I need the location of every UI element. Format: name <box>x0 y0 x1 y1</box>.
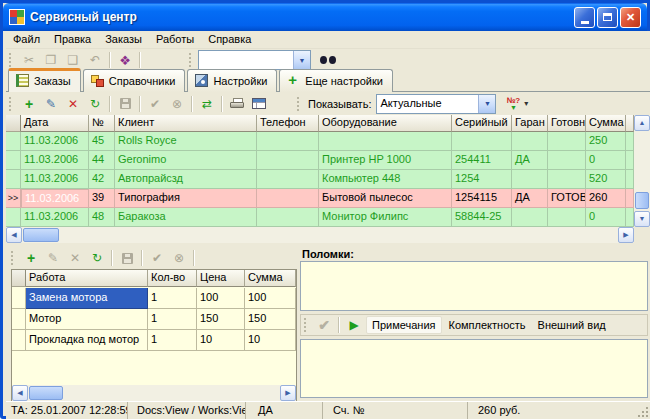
cell-readiness[interactable] <box>548 170 586 189</box>
dropdown-caret-icon[interactable]: ▾ <box>524 99 528 108</box>
menu-item-справка[interactable]: Справка <box>201 31 258 48</box>
toolbar-grip[interactable] <box>297 97 302 111</box>
cell-date[interactable]: 11.03.2006 <box>21 189 89 208</box>
minimize-button[interactable] <box>574 7 595 28</box>
column-header-price[interactable]: Цена <box>197 270 245 287</box>
cell-serial[interactable]: 58844-25 <box>452 208 512 227</box>
row-selector[interactable] <box>6 132 21 151</box>
cell-client[interactable]: Rolls Royce <box>115 132 257 151</box>
column-header-client[interactable]: Клиент <box>115 115 257 132</box>
breakdowns-textarea[interactable] <box>300 261 648 311</box>
notes-textarea[interactable] <box>300 339 648 398</box>
table-row[interactable]: 11.03.200648БаракозаМонитор Филипс58844-… <box>6 208 634 227</box>
filter-combobox[interactable]: Актуальные ▼ <box>376 94 496 114</box>
cell-equipment[interactable]: Монитор Филипс <box>319 208 452 227</box>
cell-sum[interactable]: 100 <box>245 288 296 309</box>
menu-item-работы[interactable]: Работы <box>149 31 201 48</box>
cell-client[interactable]: Автопрайсзд <box>115 170 257 189</box>
details-tab-item[interactable]: Внешний вид <box>533 317 611 333</box>
column-header-date[interactable]: Дата <box>21 115 89 132</box>
cell-phone[interactable] <box>257 189 319 208</box>
add-work-icon[interactable]: + <box>21 249 41 268</box>
cell-number[interactable]: 48 <box>89 208 115 227</box>
cell-sum[interactable]: 10 <box>245 330 296 351</box>
row-selector[interactable] <box>12 288 26 309</box>
column-header-sum[interactable]: Сумма <box>586 115 626 132</box>
toolbar-grip[interactable] <box>189 53 194 67</box>
table-row[interactable]: 11.03.200645Rolls Royce250 <box>6 132 634 151</box>
row-selector[interactable] <box>6 151 21 170</box>
help-book-icon[interactable]: ❖ <box>115 51 135 70</box>
save-order-icon[interactable] <box>115 94 135 113</box>
table-row[interactable]: Замена мотора1100100 <box>12 288 296 309</box>
cell-equipment[interactable]: Компьютер 448 <box>319 170 452 189</box>
cell-warranty[interactable] <box>512 170 548 189</box>
delete-work-icon[interactable]: ✕ <box>65 249 85 268</box>
title-bar[interactable]: Сервисный центр <box>3 3 647 31</box>
cell-number[interactable]: 44 <box>89 151 115 170</box>
cell-client[interactable]: Типография <box>115 189 257 208</box>
cell-readiness[interactable] <box>548 151 586 170</box>
delete-order-icon[interactable]: ✕ <box>63 94 83 113</box>
cell-equipment[interactable]: Бытовой пылесос <box>319 189 452 208</box>
cell-qty[interactable]: 1 <box>148 288 197 309</box>
scroll-right-icon[interactable]: ▶ <box>618 227 634 243</box>
cell-qty[interactable]: 1 <box>148 309 197 330</box>
cell-date[interactable]: 11.03.2006 <box>21 151 89 170</box>
cell-date[interactable]: 11.03.2006 <box>21 170 89 189</box>
orders-grid-vertical-scrollbar[interactable]: ▲ ▼ <box>634 115 650 227</box>
cell-warranty[interactable]: ДА <box>512 151 548 170</box>
cell-warranty[interactable] <box>512 132 548 151</box>
row-selector[interactable] <box>12 330 26 351</box>
edit-work-icon[interactable]: ✎ <box>43 249 63 268</box>
cell-readiness[interactable] <box>548 208 586 227</box>
refresh-orders-icon[interactable]: ↻ <box>85 94 105 113</box>
cell-price[interactable]: 150 <box>197 309 245 330</box>
apply-details-icon[interactable]: ✔ <box>314 316 334 335</box>
column-header-warranty[interactable]: Гаран <box>512 115 548 132</box>
cell-date[interactable]: 11.03.2006 <box>21 132 89 151</box>
menu-item-файл[interactable]: Файл <box>6 31 47 48</box>
column-header-number[interactable]: № <box>89 115 115 132</box>
cell-client[interactable]: Баракоза <box>115 208 257 227</box>
row-selector[interactable] <box>6 170 21 189</box>
find-binoculars-icon[interactable] <box>320 55 336 65</box>
menu-item-правка[interactable]: Правка <box>47 31 98 48</box>
resize-grip[interactable] <box>637 406 649 418</box>
column-header-qty[interactable]: Кол-во <box>148 270 197 287</box>
tab-extra[interactable]: Еще настройки <box>279 69 393 92</box>
cell-price[interactable]: 100 <box>197 288 245 309</box>
scroll-left-icon[interactable]: ◀ <box>12 385 28 401</box>
scrollbar-thumb[interactable] <box>23 228 59 242</box>
cell-sum[interactable]: 0 <box>586 208 626 227</box>
edit-order-icon[interactable]: ✎ <box>41 94 61 113</box>
autonumber-icon[interactable]: №? ▼ <box>506 97 520 111</box>
row-selector[interactable] <box>6 208 21 227</box>
scroll-down-icon[interactable]: ▼ <box>634 211 650 227</box>
add-order-icon[interactable]: + <box>19 94 39 113</box>
tab-settings[interactable]: Настройки <box>187 69 277 92</box>
row-selector[interactable] <box>12 309 26 330</box>
print-icon[interactable] <box>227 94 247 113</box>
cell-serial[interactable] <box>452 132 512 151</box>
scroll-right-icon[interactable]: ▶ <box>280 385 296 401</box>
cell-readiness[interactable] <box>548 132 586 151</box>
toolbar-grip[interactable] <box>9 53 14 67</box>
cell-equipment[interactable]: Принтер HP 1000 <box>319 151 452 170</box>
scrollbar-thumb[interactable] <box>29 386 63 400</box>
cell-sum[interactable]: 250 <box>586 132 626 151</box>
search-combobox[interactable]: ▼ <box>198 50 311 70</box>
cell-work[interactable]: Мотор <box>26 309 148 330</box>
cell-sum[interactable]: 150 <box>245 309 296 330</box>
table-row[interactable]: 11.03.200644GeronimoПринтер HP 100025441… <box>6 151 634 170</box>
details-tab-item[interactable]: Комплектность <box>444 317 531 333</box>
apply-work-icon[interactable]: ✔ <box>147 249 167 268</box>
copy-icon[interactable]: ❐ <box>41 51 61 70</box>
cut-icon[interactable]: ✂ <box>19 51 39 70</box>
scroll-left-icon[interactable]: ◀ <box>6 227 22 243</box>
refresh-works-icon[interactable]: ↻ <box>87 249 107 268</box>
scrollbar-thumb[interactable] <box>635 192 649 209</box>
row-selector[interactable]: >> <box>6 189 21 208</box>
cell-phone[interactable] <box>257 170 319 189</box>
transfer-icon[interactable]: ⇄ <box>197 94 217 113</box>
